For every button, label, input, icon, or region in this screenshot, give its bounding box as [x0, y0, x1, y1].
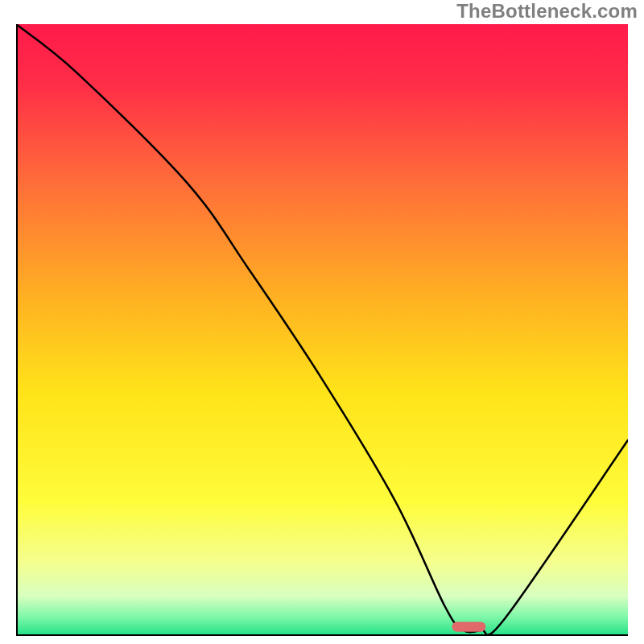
chart-svg: [16, 24, 628, 636]
bottleneck-marker: [452, 622, 486, 632]
chart-plot: [16, 24, 628, 636]
chart-container: TheBottleneck.com: [0, 0, 644, 644]
watermark-text: TheBottleneck.com: [456, 0, 638, 23]
chart-background: [16, 24, 628, 636]
